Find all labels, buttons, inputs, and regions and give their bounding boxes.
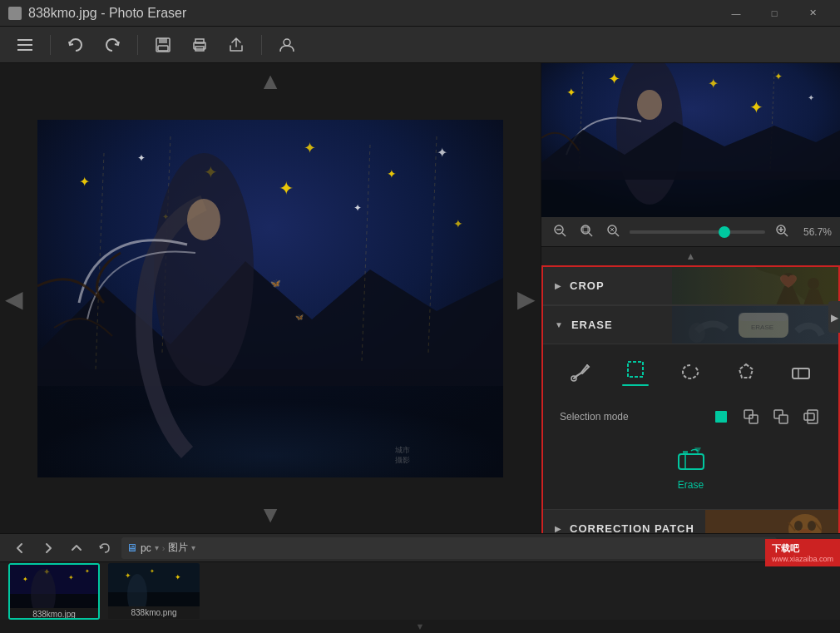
path-folder-icon: 🖥	[126, 542, 137, 554]
preview-scene: ✦ ✦ ✦ ✦ ✦ ✦	[541, 63, 840, 217]
canvas-scroll-up[interactable]: ▲	[259, 68, 282, 95]
zoom-controls: 56.7%	[541, 217, 840, 247]
zoom-reset-button[interactable]	[576, 222, 596, 241]
svg-marker-70	[739, 364, 753, 378]
print-button[interactable]	[185, 30, 215, 60]
save-button[interactable]	[148, 30, 178, 60]
path-pc-dropdown[interactable]: ▾	[155, 543, 159, 552]
svg-rect-80	[679, 454, 704, 469]
redo-button[interactable]	[97, 30, 127, 60]
right-chevron[interactable]: ▶	[828, 301, 840, 333]
zoom-slider[interactable]	[630, 230, 765, 234]
path-pc: pc	[141, 542, 151, 554]
path-bar[interactable]: 🖥 pc ▾ › 图片 ▾	[121, 537, 777, 559]
refresh-button[interactable]	[93, 537, 116, 560]
svg-rect-79	[808, 410, 818, 423]
menu-button[interactable]	[10, 30, 40, 60]
thumbnail-2-image: ✦ ✦ ✦	[108, 563, 200, 606]
svg-text:✦: ✦	[175, 573, 181, 581]
canvas-scroll-right[interactable]: ▶	[517, 284, 536, 312]
svg-rect-2	[17, 49, 32, 51]
svg-line-50	[589, 233, 592, 236]
thumbnail-strip: ✦ ✦ ✦ ✦ 838kmo.jpg ✦ ✦ ✦	[0, 562, 840, 620]
svg-text:✦: ✦	[387, 167, 397, 181]
thumbnail-1[interactable]: ✦ ✦ ✦ ✦ 838kmo.jpg	[8, 563, 100, 620]
svg-text:✦: ✦	[125, 571, 131, 580]
svg-text:✦: ✦	[85, 568, 90, 574]
svg-rect-75	[749, 415, 758, 423]
svg-text:✦: ✦	[68, 574, 74, 581]
svg-text:攝影: 攝影	[395, 456, 410, 464]
rect-select-icon	[625, 359, 645, 382]
thumb-scroll-indicator[interactable]: ▼	[0, 620, 840, 633]
canvas-scroll-down[interactable]: ▼	[259, 502, 282, 528]
sel-mode-intersect[interactable]	[800, 406, 822, 428]
share-button[interactable]	[221, 30, 251, 60]
minimize-button[interactable]: —	[717, 0, 755, 27]
erase-tool-brush[interactable]	[561, 354, 600, 391]
svg-rect-73	[715, 411, 727, 423]
svg-rect-78	[804, 413, 814, 420]
main-content: ▲ ▼ ◀ ▶	[0, 63, 840, 533]
erase-section-header[interactable]: ▼ ERASE ERASE	[543, 306, 838, 344]
svg-text:✦: ✦	[150, 568, 155, 574]
maximize-button[interactable]: □	[755, 0, 793, 27]
svg-text:城市: 城市	[394, 446, 410, 454]
svg-rect-107	[108, 592, 200, 606]
svg-rect-65	[739, 313, 788, 321]
svg-text:🦋: 🦋	[270, 278, 281, 289]
sel-mode-new[interactable]	[710, 406, 732, 428]
svg-rect-71	[793, 368, 809, 378]
crop-arrow-icon: ▶	[555, 281, 561, 290]
svg-line-53	[615, 233, 619, 236]
right-panel: ✦ ✦ ✦ ✦ ✦ ✦	[541, 63, 840, 533]
account-button[interactable]	[272, 30, 302, 60]
title-bar-controls: — □ ✕	[717, 0, 832, 27]
erase-tool-eraser[interactable]	[781, 354, 821, 391]
zoom-value: 56.7%	[798, 226, 832, 238]
svg-text:✦: ✦	[774, 71, 783, 82]
watermark-text: 下载吧	[772, 542, 833, 555]
erase-tool-lasso[interactable]	[670, 354, 710, 391]
svg-point-27	[154, 153, 254, 386]
thumbnail-2[interactable]: ✦ ✦ ✦ 838kmo.png	[108, 563, 200, 620]
panel-scroll-up[interactable]: ▲	[541, 247, 840, 265]
toolbar	[0, 27, 840, 63]
undo-button[interactable]	[61, 30, 91, 60]
forward-button[interactable]	[37, 537, 60, 560]
erase-tools-row	[553, 354, 828, 391]
sel-mode-subtract[interactable]	[770, 406, 792, 428]
sel-mode-add[interactable]	[740, 406, 762, 428]
erase-action-button[interactable]: Erase	[674, 443, 708, 491]
thumbnail-1-name: 838kmo.jpg	[10, 608, 98, 620]
active-tool-indicator	[622, 384, 649, 386]
zoom-fit-button[interactable]	[603, 222, 623, 241]
canvas-scroll-left[interactable]: ◀	[5, 284, 23, 312]
thumbnail-1-image: ✦ ✦ ✦ ✦	[10, 565, 98, 608]
zoom-in-button[interactable]	[772, 222, 792, 241]
crop-section-header[interactable]: ▶ CROP	[543, 267, 838, 305]
back-button[interactable]	[8, 537, 32, 560]
svg-rect-5	[158, 46, 168, 51]
erase-action-icon	[674, 443, 708, 476]
correction-section-header[interactable]: ▶ CORRECTION PATCH	[543, 510, 838, 533]
svg-text:ERASE: ERASE	[751, 324, 773, 331]
path-pictures-dropdown[interactable]: ▾	[191, 543, 195, 552]
erase-tool-rect[interactable]	[615, 354, 655, 391]
tools-panel: ▲ ▶ CROP	[541, 247, 840, 533]
svg-point-28	[187, 199, 220, 240]
svg-text:✦: ✦	[79, 175, 90, 189]
zoom-thumb[interactable]	[719, 226, 730, 238]
watermark-badge: 下载吧 www.xiazaiba.com	[765, 539, 840, 566]
zoom-out-button[interactable]	[550, 222, 570, 241]
title-bar-title: 838kmo.jpg - Photo Eraser	[28, 6, 186, 21]
up-button[interactable]	[65, 537, 88, 560]
erase-tool-poly[interactable]	[726, 354, 766, 391]
close-button[interactable]: ✕	[793, 0, 832, 27]
svg-text:✦: ✦	[279, 178, 294, 199]
watermark-url: www.xiazaiba.com	[772, 555, 833, 563]
selection-mode-label: Selection mode	[560, 411, 702, 423]
svg-point-67	[689, 323, 705, 343]
main-canvas[interactable]: ✦ ✦ ✦ ✦ ✦ ✦ ✦ ✦ ✦ ✦	[37, 120, 503, 477]
eraser-icon	[791, 362, 811, 384]
